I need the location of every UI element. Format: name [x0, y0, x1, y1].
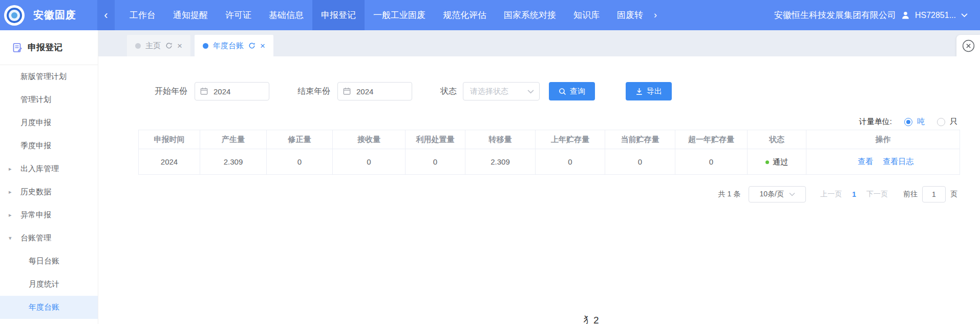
search-icon	[559, 88, 566, 95]
unit-radio-ton[interactable]: 吨	[904, 117, 925, 127]
annual-ledger-page: 开始年份 结束年份	[98, 56, 980, 324]
refresh-icon[interactable]	[248, 42, 255, 49]
chevron-down-icon[interactable]	[961, 13, 968, 17]
download-icon	[635, 88, 643, 95]
username[interactable]: HS72851...	[915, 11, 956, 20]
close-icon[interactable]: ×	[177, 42, 182, 50]
close-all-tabs-button[interactable]	[956, 35, 980, 56]
view-link[interactable]: 查看	[858, 157, 873, 166]
nav-item-national-system[interactable]: 国家系统对接	[495, 0, 565, 30]
cell-report-year: 2024	[139, 149, 200, 175]
close-icon[interactable]: ×	[260, 42, 265, 50]
table-header-row: 申报时间 产生量 修正量 接收量 利用处置量 转移量 上年贮存量 当前贮存量 超…	[139, 130, 960, 149]
col-header: 超一年贮存量	[675, 130, 748, 149]
page-number-1[interactable]: 1	[852, 190, 856, 198]
chevron-down-icon	[527, 89, 534, 94]
cell-current-storage: 0	[605, 149, 675, 175]
nav-item-notifications[interactable]: 通知提醒	[164, 0, 217, 30]
cell-utilized: 0	[406, 149, 465, 175]
cell-prev-storage: 0	[536, 149, 605, 175]
status-select[interactable]: 请选择状态	[463, 82, 540, 100]
sidebar-collapse-button[interactable]: ‹	[97, 0, 115, 30]
next-page-button[interactable]: 下一页	[866, 190, 888, 199]
cell-transferred: 2.309	[465, 149, 536, 175]
green-dot-icon	[765, 160, 769, 164]
chevron-left-icon: ‹	[104, 9, 108, 22]
tab-annual-ledger[interactable]: 年度台账 ×	[195, 35, 273, 56]
refresh-icon[interactable]	[165, 42, 173, 49]
col-header: 接收量	[333, 130, 406, 149]
export-button[interactable]: 导出	[626, 82, 672, 100]
nav-item-knowledge-base[interactable]: 知识库	[565, 0, 608, 30]
sidebar: 申报登记 新版管理计划 管理计划 月度申报 季度申报 ▸出入库管理 ▸历史数据 …	[0, 30, 98, 324]
brand: 安徽固废	[0, 0, 97, 30]
nav-scroll-right-icon[interactable]: ›	[652, 0, 659, 30]
prev-page-button[interactable]: 上一页	[820, 190, 842, 199]
nav-item-general-industrial-waste[interactable]: 一般工业固废	[365, 0, 434, 30]
caret-right-icon: ▸	[9, 212, 12, 218]
cell-over-year-storage: 0	[675, 149, 748, 175]
calendar-icon	[343, 87, 351, 95]
caret-right-icon: ▸	[9, 189, 12, 195]
sidebar-item-abnormal-declaration[interactable]: ▸异常申报	[0, 204, 98, 227]
tab-home[interactable]: 主页 ×	[127, 35, 190, 56]
col-header: 状态	[748, 130, 806, 149]
goto-label: 前往	[903, 190, 918, 199]
sidebar-item-inventory-management[interactable]: ▸出入库管理	[0, 157, 98, 180]
pagination: 共 1 条 10条/页 上一页 1 下一页 前往 页	[98, 186, 957, 202]
circle-x-icon	[962, 39, 975, 53]
tab-bar: 主页 × 年度台账 ×	[98, 30, 980, 56]
col-header: 当前贮存量	[605, 130, 675, 149]
page-size-select[interactable]: 10条/页	[749, 186, 806, 202]
goto-page-input[interactable]	[922, 186, 946, 202]
nav-item-waste-transfer[interactable]: 固废转	[608, 0, 652, 30]
status-label: 状态	[440, 86, 457, 97]
col-header: 上年贮存量	[536, 130, 605, 149]
col-header: 转移量	[465, 130, 536, 149]
top-menu: 工作台 通知提醒 许可证 基础信息 申报登记 一般工业固废 规范化评估 国家系统…	[121, 0, 659, 30]
app-title: 安徽固废	[33, 8, 76, 22]
cell-actions: 查看 查看日志	[806, 149, 960, 175]
nav-item-basic-info[interactable]: 基础信息	[260, 0, 312, 30]
clipped-bottom-fragment: 犭2	[584, 314, 599, 324]
nav-item-declaration[interactable]: 申报登记	[312, 0, 365, 30]
goto-page: 前往 页	[903, 186, 957, 202]
search-button[interactable]: 查询	[549, 82, 595, 100]
tab-dot-icon	[203, 43, 208, 49]
nav-item-standardization-assessment[interactable]: 规范化评估	[434, 0, 495, 30]
sidebar-item-monthly-declaration[interactable]: 月度申报	[0, 111, 98, 134]
chevron-down-icon	[789, 192, 795, 196]
unit-label: 计量单位:	[859, 117, 892, 127]
nav-item-permit[interactable]: 许可证	[217, 0, 260, 30]
radio-icon	[937, 118, 945, 126]
cell-status: 通过	[748, 149, 806, 175]
sidebar-item-daily-ledger[interactable]: 每日台账	[0, 250, 98, 273]
end-year-label: 结束年份	[297, 86, 330, 97]
tab-label: 年度台账	[213, 41, 244, 51]
end-year-field	[337, 82, 412, 100]
company-name: 安徽恒生科技发展集团有限公司	[774, 9, 896, 21]
start-year-field	[195, 82, 269, 100]
user-icon	[901, 11, 910, 19]
nav-item-workbench[interactable]: 工作台	[121, 0, 164, 30]
sidebar-item-historical-data[interactable]: ▸历史数据	[0, 180, 98, 204]
col-header: 修正量	[267, 130, 333, 149]
status-placeholder: 请选择状态	[470, 87, 527, 96]
start-year-label: 开始年份	[155, 86, 187, 97]
sidebar-item-monthly-statistics[interactable]: 月度统计	[0, 273, 98, 296]
table-row: 2024 2.309 0 0 0 2.309 0 0 0 通过	[139, 149, 960, 175]
view-log-link[interactable]: 查看日志	[883, 157, 914, 166]
sidebar-item-management-plan[interactable]: 管理计划	[0, 88, 98, 111]
goto-unit: 页	[950, 190, 957, 199]
col-header: 申报时间	[139, 130, 200, 149]
sidebar-item-new-management-plan[interactable]: 新版管理计划	[0, 65, 98, 88]
caret-right-icon: ▸	[9, 166, 12, 172]
sidebar-item-ledger-management[interactable]: ▾台账管理	[0, 227, 98, 250]
unit-radio-piece[interactable]: 只	[937, 117, 957, 127]
document-edit-icon	[12, 43, 23, 53]
sidebar-item-quarterly-declaration[interactable]: 季度申报	[0, 134, 98, 157]
col-header: 操作	[806, 130, 960, 149]
sidebar-item-annual-ledger[interactable]: 年度台账	[0, 296, 98, 319]
radio-icon	[904, 118, 912, 126]
sidebar-header: 申报登记	[0, 30, 98, 65]
